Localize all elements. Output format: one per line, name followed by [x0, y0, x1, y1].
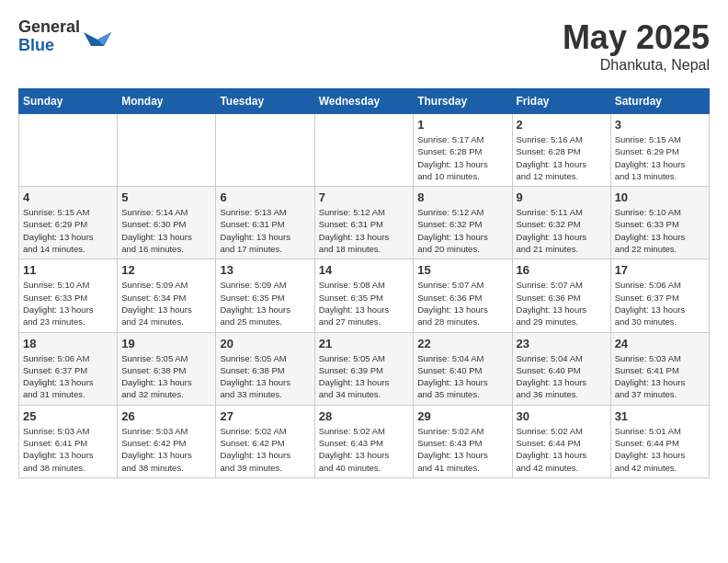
- table-row: 4Sunrise: 5:15 AMSunset: 6:29 PMDaylight…: [19, 187, 118, 259]
- day-number: 26: [121, 409, 211, 423]
- day-info: Sunrise: 5:09 AMSunset: 6:34 PMDaylight:…: [121, 279, 211, 327]
- day-info: Sunrise: 5:03 AMSunset: 6:42 PMDaylight:…: [121, 425, 211, 474]
- col-sunday: Sunday: [19, 89, 118, 114]
- table-row: 16Sunrise: 5:07 AMSunset: 6:36 PMDayligh…: [512, 259, 610, 332]
- logo-icon: [84, 23, 111, 51]
- day-number: 10: [615, 190, 705, 204]
- day-number: 22: [417, 337, 507, 350]
- col-thursday: Thursday: [414, 89, 512, 114]
- day-number: 19: [121, 337, 211, 350]
- day-number: 31: [615, 409, 705, 423]
- week-row-3: 11Sunrise: 5:10 AMSunset: 6:33 PMDayligh…: [19, 259, 710, 332]
- week-row-5: 25Sunrise: 5:03 AMSunset: 6:41 PMDayligh…: [19, 405, 710, 477]
- page-header: General Blue May 2025 Dhankuta, Nepal: [18, 18, 710, 74]
- table-row: 7Sunrise: 5:12 AMSunset: 6:31 PMDaylight…: [314, 187, 414, 259]
- table-row: 20Sunrise: 5:05 AMSunset: 6:38 PMDayligh…: [216, 332, 314, 405]
- logo: General Blue: [18, 18, 111, 55]
- table-row: 24Sunrise: 5:03 AMSunset: 6:41 PMDayligh…: [610, 332, 709, 405]
- calendar-table: Sunday Monday Tuesday Wednesday Thursday…: [18, 88, 710, 478]
- calendar-header-row: Sunday Monday Tuesday Wednesday Thursday…: [19, 89, 710, 114]
- day-info: Sunrise: 5:06 AMSunset: 6:37 PMDaylight:…: [615, 279, 705, 327]
- table-row: 11Sunrise: 5:10 AMSunset: 6:33 PMDayligh…: [19, 259, 118, 332]
- day-info: Sunrise: 5:02 AMSunset: 6:42 PMDaylight:…: [220, 425, 310, 474]
- table-row: 29Sunrise: 5:02 AMSunset: 6:43 PMDayligh…: [414, 405, 512, 477]
- table-row: [118, 114, 216, 187]
- day-number: 9: [517, 190, 607, 204]
- day-info: Sunrise: 5:16 AMSunset: 6:28 PMDaylight:…: [517, 133, 607, 182]
- day-number: 17: [615, 263, 705, 277]
- day-number: 4: [23, 190, 113, 204]
- day-info: Sunrise: 5:07 AMSunset: 6:36 PMDaylight:…: [517, 279, 607, 327]
- table-row: [314, 114, 414, 187]
- day-info: Sunrise: 5:13 AMSunset: 6:31 PMDaylight:…: [220, 206, 310, 255]
- table-row: 22Sunrise: 5:04 AMSunset: 6:40 PMDayligh…: [414, 332, 512, 405]
- week-row-1: 1Sunrise: 5:17 AMSunset: 6:28 PMDaylight…: [19, 114, 710, 187]
- day-info: Sunrise: 5:05 AMSunset: 6:38 PMDaylight:…: [121, 352, 211, 401]
- table-row: 30Sunrise: 5:02 AMSunset: 6:44 PMDayligh…: [512, 405, 610, 477]
- day-number: 21: [319, 337, 410, 350]
- day-info: Sunrise: 5:05 AMSunset: 6:38 PMDaylight:…: [220, 352, 310, 401]
- table-row: 5Sunrise: 5:14 AMSunset: 6:30 PMDaylight…: [118, 187, 216, 259]
- day-info: Sunrise: 5:15 AMSunset: 6:29 PMDaylight:…: [23, 206, 113, 255]
- table-row: 3Sunrise: 5:15 AMSunset: 6:29 PMDaylight…: [610, 114, 709, 187]
- logo-general: General: [18, 18, 80, 37]
- month-title: May 2025: [563, 18, 710, 57]
- day-info: Sunrise: 5:02 AMSunset: 6:43 PMDaylight:…: [319, 425, 410, 474]
- table-row: 27Sunrise: 5:02 AMSunset: 6:42 PMDayligh…: [216, 405, 314, 477]
- day-info: Sunrise: 5:08 AMSunset: 6:35 PMDaylight:…: [319, 279, 410, 327]
- day-info: Sunrise: 5:03 AMSunset: 6:41 PMDaylight:…: [615, 352, 705, 401]
- table-row: 17Sunrise: 5:06 AMSunset: 6:37 PMDayligh…: [610, 259, 709, 332]
- day-number: 15: [417, 263, 507, 277]
- day-info: Sunrise: 5:17 AMSunset: 6:28 PMDaylight:…: [417, 133, 507, 182]
- col-tuesday: Tuesday: [216, 89, 314, 114]
- day-info: Sunrise: 5:03 AMSunset: 6:41 PMDaylight:…: [23, 425, 113, 474]
- day-info: Sunrise: 5:12 AMSunset: 6:31 PMDaylight:…: [319, 206, 410, 255]
- col-friday: Friday: [512, 89, 610, 114]
- table-row: 2Sunrise: 5:16 AMSunset: 6:28 PMDaylight…: [512, 114, 610, 187]
- day-info: Sunrise: 5:06 AMSunset: 6:37 PMDaylight:…: [23, 352, 113, 401]
- table-row: 15Sunrise: 5:07 AMSunset: 6:36 PMDayligh…: [414, 259, 512, 332]
- day-number: 24: [615, 337, 705, 350]
- table-row: 10Sunrise: 5:10 AMSunset: 6:33 PMDayligh…: [610, 187, 709, 259]
- day-number: 8: [417, 190, 507, 204]
- table-row: 6Sunrise: 5:13 AMSunset: 6:31 PMDaylight…: [216, 187, 314, 259]
- table-row: 31Sunrise: 5:01 AMSunset: 6:44 PMDayligh…: [610, 405, 709, 477]
- day-number: 16: [517, 263, 607, 277]
- table-row: 21Sunrise: 5:05 AMSunset: 6:39 PMDayligh…: [314, 332, 414, 405]
- day-number: 7: [319, 190, 410, 204]
- table-row: 1Sunrise: 5:17 AMSunset: 6:28 PMDaylight…: [414, 114, 512, 187]
- day-number: 5: [121, 190, 211, 204]
- day-number: 2: [517, 118, 607, 132]
- logo-blue: Blue: [18, 37, 80, 55]
- table-row: [216, 114, 314, 187]
- location: Dhankuta, Nepal: [563, 57, 710, 74]
- col-monday: Monday: [118, 89, 216, 114]
- day-number: 13: [220, 263, 310, 277]
- logo-text: General Blue: [18, 18, 80, 55]
- day-info: Sunrise: 5:10 AMSunset: 6:33 PMDaylight:…: [23, 279, 113, 327]
- day-info: Sunrise: 5:05 AMSunset: 6:39 PMDaylight:…: [319, 352, 410, 401]
- day-info: Sunrise: 5:02 AMSunset: 6:44 PMDaylight:…: [517, 425, 607, 474]
- table-row: [19, 114, 118, 187]
- week-row-2: 4Sunrise: 5:15 AMSunset: 6:29 PMDaylight…: [19, 187, 710, 259]
- day-number: 29: [417, 409, 507, 423]
- week-row-4: 18Sunrise: 5:06 AMSunset: 6:37 PMDayligh…: [19, 332, 710, 405]
- table-row: 9Sunrise: 5:11 AMSunset: 6:32 PMDaylight…: [512, 187, 610, 259]
- day-number: 14: [319, 263, 410, 277]
- day-info: Sunrise: 5:15 AMSunset: 6:29 PMDaylight:…: [615, 133, 705, 182]
- day-number: 3: [615, 118, 705, 132]
- table-row: 19Sunrise: 5:05 AMSunset: 6:38 PMDayligh…: [118, 332, 216, 405]
- day-number: 25: [23, 409, 113, 423]
- day-info: Sunrise: 5:11 AMSunset: 6:32 PMDaylight:…: [517, 206, 607, 255]
- day-info: Sunrise: 5:12 AMSunset: 6:32 PMDaylight:…: [417, 206, 507, 255]
- table-row: 13Sunrise: 5:09 AMSunset: 6:35 PMDayligh…: [216, 259, 314, 332]
- day-number: 23: [517, 337, 607, 350]
- table-row: 18Sunrise: 5:06 AMSunset: 6:37 PMDayligh…: [19, 332, 118, 405]
- col-saturday: Saturday: [610, 89, 709, 114]
- day-info: Sunrise: 5:09 AMSunset: 6:35 PMDaylight:…: [220, 279, 310, 327]
- day-number: 27: [220, 409, 310, 423]
- table-row: 14Sunrise: 5:08 AMSunset: 6:35 PMDayligh…: [314, 259, 414, 332]
- table-row: 23Sunrise: 5:04 AMSunset: 6:40 PMDayligh…: [512, 332, 610, 405]
- day-number: 6: [220, 190, 310, 204]
- day-number: 12: [121, 263, 211, 277]
